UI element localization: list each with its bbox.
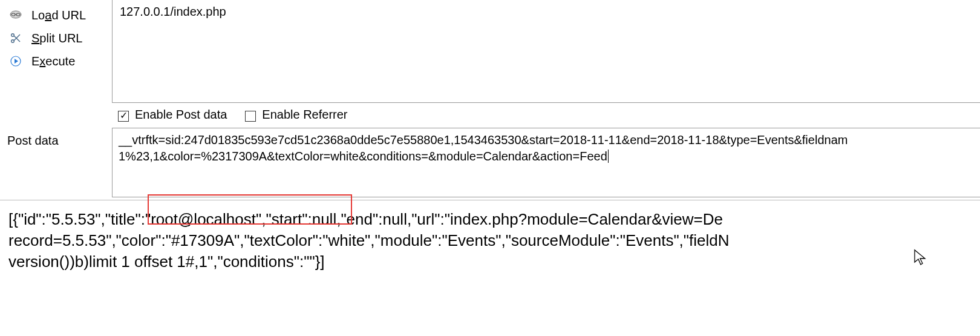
- load-url-button[interactable]: Load URL: [7, 4, 112, 27]
- postdata-line2: 1%23,1&color=%2317309A&textColor=white&c…: [119, 150, 607, 163]
- checkbox-checked-icon: [118, 111, 129, 122]
- postdata-label: Post data: [0, 128, 112, 148]
- url-value: 127.0.0.1/index.php: [120, 5, 226, 18]
- response-line3: version())b)limit 1 offset 1#,1","condit…: [8, 251, 974, 272]
- execute-label: Execute: [24, 54, 75, 68]
- svg-line-6: [14, 36, 20, 42]
- checkbox-unchecked-icon: [245, 111, 256, 122]
- postdata-input[interactable]: __vtrftk=sid:247d01835c593e7cd51c2368a0d…: [112, 128, 980, 197]
- enable-referrer-label: Enable Referrer: [262, 108, 347, 122]
- globe-link-icon: [7, 10, 24, 21]
- split-url-label: Split URL: [24, 31, 82, 45]
- svg-point-4: [11, 34, 15, 37]
- play-icon: [7, 55, 24, 67]
- url-input[interactable]: 127.0.0.1/index.php: [112, 0, 980, 103]
- execute-button[interactable]: Execute: [7, 50, 112, 73]
- options-row: Enable Post data Enable Referrer: [0, 103, 980, 128]
- enable-referrer-checkbox[interactable]: Enable Referrer: [245, 108, 347, 122]
- response-output: [{"id":"5.5.53","title":"root@localhost"…: [0, 200, 980, 272]
- load-url-label: Load URL: [24, 8, 86, 22]
- svg-line-7: [14, 35, 20, 41]
- svg-marker-9: [15, 59, 18, 64]
- postdata-line1: __vtrftk=sid:247d01835c593e7cd51c2368a0d…: [119, 133, 848, 147]
- enable-post-label: Enable Post data: [135, 108, 227, 122]
- enable-post-checkbox[interactable]: Enable Post data: [118, 108, 227, 122]
- response-line1: [{"id":"5.5.53","title":"root@localhost"…: [8, 209, 974, 230]
- sidebar: Load URL Split URL Execute: [0, 0, 112, 73]
- split-url-button[interactable]: Split URL: [7, 27, 112, 50]
- response-line2: record=5.5.53","color":"#17309A","textCo…: [8, 230, 974, 251]
- svg-point-5: [11, 40, 15, 43]
- scissors-icon: [7, 32, 24, 44]
- text-cursor: [608, 150, 609, 163]
